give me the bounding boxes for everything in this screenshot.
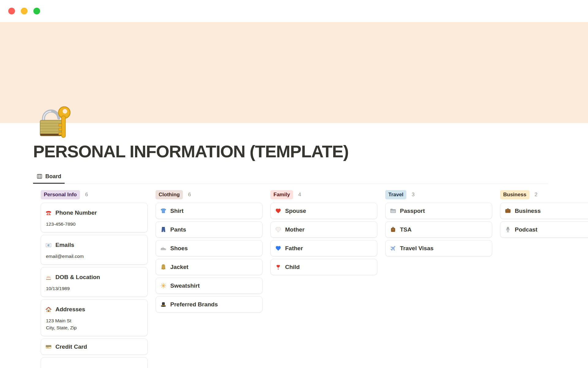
card-property: 123-456-7890 [46, 220, 142, 228]
card-properties: 123-456-7890 [45, 220, 142, 228]
card-podcast[interactable]: Podcast [500, 221, 588, 238]
card-travel-visas[interactable]: Travel Visas [385, 240, 492, 256]
card-shoes[interactable]: Shoes [156, 240, 262, 256]
column-name-badge[interactable]: Family [270, 190, 293, 199]
page-title[interactable]: PERSONAL INFORMATION (TEMPLATE) [33, 142, 349, 161]
board-column-travel: Travel3PassportTSATravel Visas [385, 190, 492, 256]
board-column-business: Business2BusinessPodcast [500, 190, 588, 238]
folder-icon [390, 208, 396, 214]
card-sweatshirt[interactable]: Sweatshirt [156, 278, 262, 294]
briefcase-icon [505, 208, 511, 214]
svg-text:E: E [47, 243, 49, 247]
card-property: City, State, Zip [46, 324, 142, 331]
airplane-icon [390, 245, 396, 251]
coat-icon [160, 264, 167, 270]
email-icon: E [45, 242, 52, 248]
board-column-clothing: Clothing6ShirtPantsShoesJacketSweatshirt… [156, 190, 262, 312]
card-preferred-brands[interactable]: Preferred Brands [156, 296, 262, 312]
column-header: Personal Info6 [41, 190, 148, 199]
notion-window: PERSONAL INFORMATION (TEMPLATE) Board Pe… [0, 0, 588, 368]
card-empty[interactable] [41, 357, 148, 368]
card-title: DOB & Location [55, 273, 100, 282]
card-passport[interactable]: Passport [385, 203, 492, 219]
column-card-count: 2 [535, 192, 537, 198]
card-tsa[interactable]: TSA [385, 221, 492, 238]
column-cards: BusinessPodcast [500, 203, 588, 238]
card-spouse[interactable]: Spouse [270, 203, 377, 219]
column-card-count: 3 [412, 192, 414, 198]
red-heart-icon [275, 208, 281, 214]
t-shirt-icon [160, 208, 167, 214]
heart-exclamation-icon [275, 264, 281, 270]
column-name-badge[interactable]: Travel [385, 190, 406, 199]
card-title: Shirt [170, 207, 183, 215]
running-shoe-icon [160, 245, 167, 251]
card-jacket[interactable]: Jacket [156, 259, 262, 275]
column-header: Clothing6 [156, 190, 262, 199]
close-window-button[interactable] [8, 8, 15, 14]
card-shirt[interactable]: Shirt [156, 203, 262, 219]
card-title: Passport [400, 207, 425, 215]
column-name-badge[interactable]: Clothing [156, 190, 183, 199]
credit-card-icon [45, 343, 52, 350]
card-title: Spouse [285, 207, 306, 215]
column-cards: SpouseMotherFatherChild [270, 203, 377, 275]
column-card-count: 4 [298, 192, 301, 198]
card-title: Child [285, 263, 300, 271]
birthday-cake-icon [45, 274, 52, 281]
white-heart-icon [275, 226, 281, 233]
card-title: Credit Card [55, 343, 87, 351]
lock-with-key-icon[interactable] [31, 104, 77, 140]
jeans-icon [160, 226, 167, 233]
card-title: Mother [285, 225, 304, 234]
card-title: Podcast [515, 225, 537, 234]
card-mother[interactable]: Mother [270, 221, 377, 238]
card-title: Emails [55, 241, 74, 249]
card-title: Father [285, 244, 303, 253]
card-title: Jacket [170, 263, 188, 271]
minimize-window-button[interactable] [21, 8, 28, 14]
card-father[interactable]: Father [270, 240, 377, 256]
card-title: TSA [400, 225, 412, 234]
column-name-badge[interactable]: Business [500, 190, 530, 199]
card-properties: 123 Main StCity, State, Zip [45, 317, 142, 331]
card-title: Sweatshirt [170, 282, 200, 290]
microphone-icon [505, 226, 511, 233]
card-business[interactable]: Business [500, 203, 588, 219]
zoom-window-button[interactable] [33, 8, 40, 14]
card-title: Preferred Brands [170, 300, 218, 309]
page-cover[interactable] [0, 22, 588, 123]
board-view-icon [36, 173, 43, 179]
card-phone-number[interactable]: Phone Number123-456-7890 [41, 203, 148, 232]
tab-label: Board [45, 173, 61, 180]
card-title: Addresses [55, 305, 85, 314]
tab-board[interactable]: Board [33, 170, 65, 184]
card-pants[interactable]: Pants [156, 221, 262, 238]
house-icon [45, 306, 52, 313]
board-column-personal-info: Personal Info6Phone Number123-456-7890EE… [41, 190, 148, 368]
column-card-count: 6 [85, 192, 88, 198]
column-header: Family4 [270, 190, 377, 199]
card-property: email@email.com [46, 253, 142, 260]
card-addresses[interactable]: Addresses123 Main StCity, State, Zip [41, 299, 148, 336]
sun-icon [160, 282, 167, 289]
column-cards: PassportTSATravel Visas [385, 203, 492, 256]
column-header: Travel3 [385, 190, 492, 199]
card-child[interactable]: Child [270, 259, 377, 275]
card-property: 10/13/1989 [46, 285, 142, 292]
view-tabs: Board [33, 170, 548, 184]
red-telephone-icon [45, 210, 52, 216]
card-dob-location[interactable]: DOB & Location10/13/1989 [41, 267, 148, 297]
card-credit-card[interactable]: Credit Card [41, 339, 148, 355]
blue-heart-icon [275, 245, 281, 251]
column-name-badge[interactable]: Personal Info [41, 190, 80, 199]
board-column-family: Family4SpouseMotherFatherChild [270, 190, 377, 275]
card-emails[interactable]: EEmailsemail@email.com [41, 235, 148, 265]
column-cards: Phone Number123-456-7890EEmailsemail@ema… [41, 203, 148, 368]
card-properties: email@email.com [45, 253, 142, 260]
top-hat-icon [160, 301, 167, 308]
column-card-count: 6 [188, 192, 191, 198]
window-titlebar [0, 0, 588, 22]
card-properties: 10/13/1989 [45, 285, 142, 292]
column-header: Business2 [500, 190, 588, 199]
